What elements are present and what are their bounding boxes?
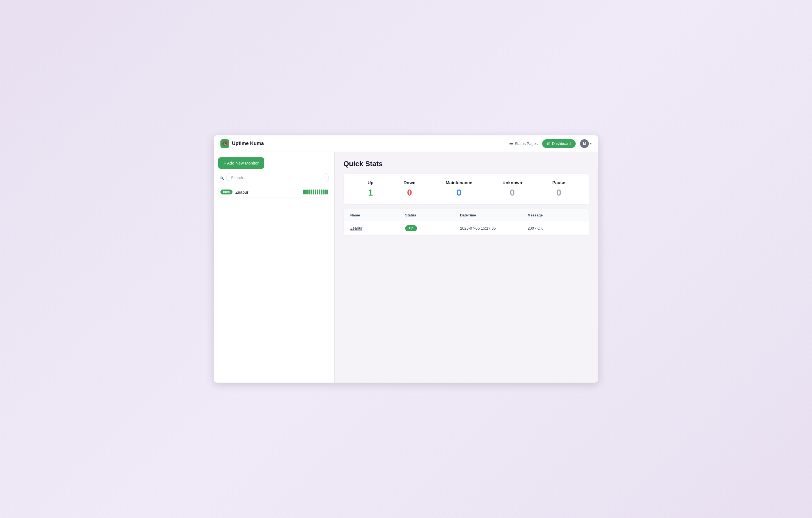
heartbeat-bar	[323, 190, 324, 194]
dashboard-button[interactable]: ⊞ Dashboard	[542, 139, 576, 148]
monitor-link[interactable]: Zeabur	[350, 226, 362, 230]
heartbeat-bar	[307, 190, 309, 194]
uptime-badge: 100%	[221, 190, 233, 194]
heartbeat-bar	[321, 190, 322, 194]
stat-up-value: 1	[368, 188, 373, 198]
heartbeat-bar	[326, 190, 328, 194]
search-container: 🔍	[218, 173, 330, 182]
chevron-down-icon: ▾	[590, 142, 591, 145]
status-badge: Up	[405, 225, 417, 231]
cell-datetime: 2023-07-06 15:17:35	[460, 226, 528, 230]
stat-unknown: Unknown 0	[502, 181, 522, 198]
col-name: Name	[350, 213, 405, 217]
stat-unknown-label: Unknown	[502, 181, 522, 185]
monitor-list-item[interactable]: 100% Zeabur	[218, 187, 330, 197]
table-row: Zeabur Up 2023-07-06 15:17:35 200 - OK	[344, 221, 589, 236]
header-right: ☰ Status Pages ⊞ Dashboard M ▾	[509, 139, 591, 148]
logo-icon: 🐻	[221, 139, 229, 148]
heartbeat-bar	[319, 190, 320, 194]
avatar[interactable]: M	[580, 139, 589, 148]
stat-up: Up 1	[368, 181, 373, 198]
dashboard-icon: ⊞	[547, 141, 550, 146]
app-container: 🐻 Uptime Kuma ☰ Status Pages ⊞ Dashboard…	[214, 135, 598, 383]
stats-card: Up 1 Down 0 Maintenance 0 Unknown 0 Paus…	[343, 173, 589, 205]
hamburger-icon: ☰	[509, 141, 513, 146]
heartbeat-bar	[315, 190, 316, 194]
stat-maintenance: Maintenance 0	[445, 181, 472, 198]
heartbeat-bar	[313, 190, 314, 194]
header: 🐻 Uptime Kuma ☰ Status Pages ⊞ Dashboard…	[214, 135, 598, 152]
body: + Add New Monitor 🔍 100% Zeabur	[214, 152, 598, 383]
status-pages-button[interactable]: ☰ Status Pages	[509, 141, 538, 146]
monitor-left: 100% Zeabur	[221, 190, 249, 194]
monitor-name: Zeabur	[235, 190, 249, 194]
col-datetime: DateTime	[460, 213, 528, 217]
page-title: Quick Stats	[343, 160, 589, 168]
cell-message: 200 - OK	[528, 226, 582, 230]
app-title: Uptime Kuma	[232, 141, 264, 146]
stat-down-label: Down	[404, 181, 415, 185]
col-message: Message	[528, 213, 582, 217]
search-input[interactable]	[226, 173, 329, 182]
heartbeat-bar	[324, 190, 326, 194]
heartbeat-bar	[303, 190, 305, 194]
heartbeat-bar	[311, 190, 312, 194]
stat-pause-value: 0	[556, 188, 561, 198]
sidebar: + Add New Monitor 🔍 100% Zeabur	[214, 152, 335, 383]
dashboard-label: Dashboard	[552, 141, 571, 146]
col-status: Status	[405, 213, 460, 217]
stat-pause: Pause 0	[552, 181, 565, 198]
stat-maintenance-label: Maintenance	[445, 181, 472, 185]
user-dropdown[interactable]: M ▾	[580, 139, 591, 148]
heartbeat-bar	[317, 190, 318, 194]
stat-down: Down 0	[404, 181, 415, 198]
heartbeat-bar	[309, 190, 311, 194]
table-header: Name Status DateTime Message	[344, 209, 589, 221]
header-left: 🐻 Uptime Kuma	[221, 139, 264, 148]
search-icon: 🔍	[219, 175, 224, 180]
cell-status: Up	[405, 225, 460, 231]
status-pages-label: Status Pages	[515, 141, 538, 146]
stat-unknown-value: 0	[510, 188, 515, 198]
table-card: Name Status DateTime Message Zeabur Up 2…	[343, 209, 589, 236]
heartbeat-bar	[305, 190, 307, 194]
heartbeat-bars	[303, 190, 328, 194]
cell-name: Zeabur	[350, 226, 405, 230]
add-monitor-button[interactable]: + Add New Monitor	[218, 157, 264, 169]
main-content: Quick Stats Up 1 Down 0 Maintenance 0 Un…	[335, 152, 598, 383]
stat-up-label: Up	[368, 181, 373, 185]
stat-maintenance-value: 0	[457, 188, 461, 198]
stat-pause-label: Pause	[552, 181, 565, 185]
stat-down-value: 0	[407, 188, 412, 198]
